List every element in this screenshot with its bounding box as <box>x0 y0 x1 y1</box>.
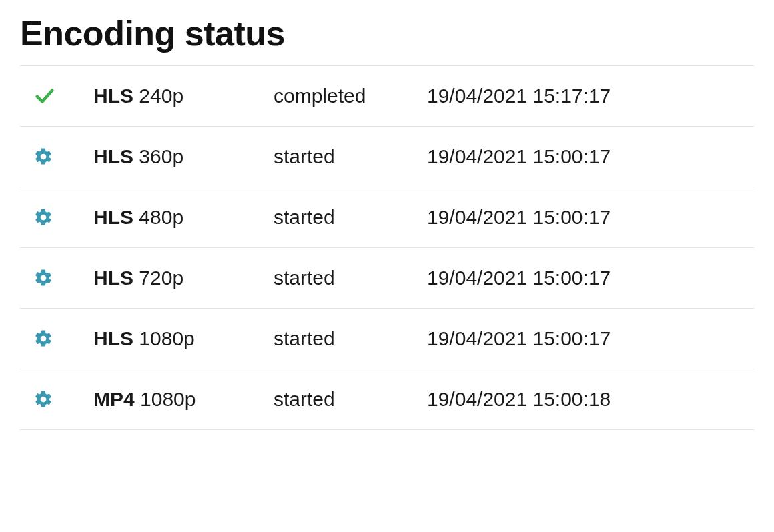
page-title: Encoding status <box>20 13 754 53</box>
timestamp-text: 19/04/2021 15:00:17 <box>427 327 754 350</box>
status-icon-cell <box>33 85 93 107</box>
resolution-label: 480p <box>139 206 183 228</box>
timestamp-text: 19/04/2021 15:00:18 <box>427 388 754 411</box>
format-label: HLS <box>93 327 133 349</box>
status-icon-cell <box>33 147 93 167</box>
format-cell: HLS 480p <box>93 206 274 229</box>
status-icon-cell <box>33 207 93 227</box>
timestamp-text: 19/04/2021 15:00:17 <box>427 267 754 289</box>
gear-icon <box>33 389 53 409</box>
status-icon-cell <box>33 389 93 409</box>
format-cell: HLS 720p <box>93 267 274 289</box>
gear-icon <box>33 268 53 288</box>
format-label: HLS <box>93 85 133 107</box>
resolution-label: 360p <box>139 145 183 167</box>
status-text: started <box>274 145 427 168</box>
format-label: HLS <box>93 145 133 167</box>
resolution-label: 240p <box>139 85 183 107</box>
table-row: HLS 1080p started 19/04/2021 15:00:17 <box>20 308 754 369</box>
table-row: MP4 1080p started 19/04/2021 15:00:18 <box>20 369 754 430</box>
gear-icon <box>33 207 53 227</box>
encoding-status-table: HLS 240p completed 19/04/2021 15:17:17 H… <box>20 65 754 430</box>
format-cell: MP4 1080p <box>93 388 274 411</box>
status-text: started <box>274 206 427 229</box>
table-row: HLS 240p completed 19/04/2021 15:17:17 <box>20 65 754 126</box>
format-label: MP4 <box>93 388 135 410</box>
table-row: HLS 720p started 19/04/2021 15:00:17 <box>20 247 754 308</box>
timestamp-text: 19/04/2021 15:00:17 <box>427 206 754 229</box>
gear-icon <box>33 147 53 167</box>
resolution-label: 720p <box>139 267 183 289</box>
gear-icon <box>33 329 53 349</box>
status-text: completed <box>274 85 427 107</box>
timestamp-text: 19/04/2021 15:00:17 <box>427 145 754 168</box>
table-row: HLS 480p started 19/04/2021 15:00:17 <box>20 187 754 247</box>
format-label: HLS <box>93 206 133 228</box>
status-icon-cell <box>33 329 93 349</box>
resolution-label: 1080p <box>140 388 196 410</box>
status-text: started <box>274 267 427 289</box>
format-cell: HLS 360p <box>93 145 274 168</box>
check-icon <box>33 85 56 107</box>
resolution-label: 1080p <box>139 327 194 349</box>
status-text: started <box>274 388 427 411</box>
timestamp-text: 19/04/2021 15:17:17 <box>427 85 754 107</box>
status-icon-cell <box>33 268 93 288</box>
status-text: started <box>274 327 427 350</box>
format-cell: HLS 1080p <box>93 327 274 350</box>
table-row: HLS 360p started 19/04/2021 15:00:17 <box>20 126 754 187</box>
format-label: HLS <box>93 267 133 289</box>
format-cell: HLS 240p <box>93 85 274 107</box>
